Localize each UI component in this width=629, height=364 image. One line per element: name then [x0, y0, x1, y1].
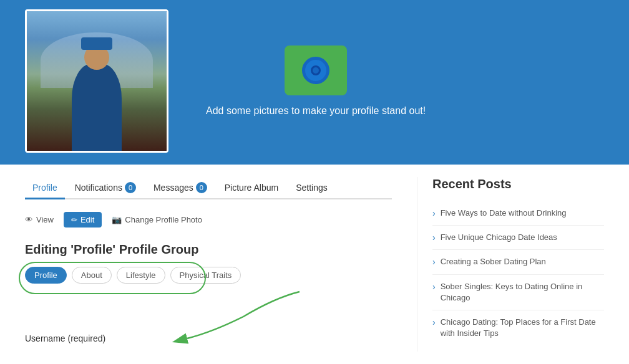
view-button[interactable]: View — [25, 215, 54, 224]
post-link: Creating a Sober Dating Plan — [441, 256, 546, 267]
tab-messages[interactable]: Messages 0 — [146, 177, 215, 198]
recent-posts-title: Recent Posts — [432, 177, 604, 191]
eye-icon — [25, 215, 33, 224]
chevron-icon: › — [432, 317, 436, 327]
camera-lens-inner — [311, 65, 321, 75]
profile-photo — [25, 9, 168, 153]
pg-tab-about[interactable]: About — [72, 267, 112, 284]
pencil-icon — [71, 215, 77, 224]
left-panel: Profile Notifications 0 Messages 0 Pictu… — [25, 177, 392, 352]
post-link: Sober Singles: Keys to Dating Online in … — [441, 281, 604, 304]
action-buttons: View Edit Change Profile Photo — [25, 212, 392, 228]
add-photo-button[interactable] — [285, 46, 347, 95]
add-photo-section: Add some pictures to make your profile s… — [206, 46, 426, 117]
list-item[interactable]: › Five Ways to Date without Drinking — [432, 201, 604, 226]
pg-tab-physical-traits[interactable]: Physical Traits — [170, 267, 241, 284]
camera-icon — [302, 57, 329, 84]
camera-icon-small — [112, 215, 122, 224]
main-content: Profile Notifications 0 Messages 0 Pictu… — [0, 165, 629, 364]
right-panel: Recent Posts › Five Ways to Date without… — [417, 177, 604, 352]
tab-settings[interactable]: Settings — [288, 178, 335, 198]
add-photo-text: Add some pictures to make your profile s… — [206, 105, 426, 117]
tab-notifications[interactable]: Notifications 0 — [67, 177, 144, 198]
notifications-badge: 0 — [125, 182, 136, 193]
profile-group-tabs: Profile About Lifestyle Physical Traits — [25, 267, 241, 284]
tab-profile[interactable]: Profile — [25, 178, 65, 199]
arrow-annotation — [150, 285, 324, 348]
list-item[interactable]: › Chicago Dating: Top Places for a First… — [432, 310, 604, 345]
edit-button[interactable]: Edit — [64, 212, 102, 228]
list-item[interactable]: › Five Unique Chicago Date Ideas — [432, 226, 604, 250]
tab-picture-album[interactable]: Picture Album — [217, 178, 286, 198]
chevron-icon: › — [432, 257, 436, 267]
section-heading: Editing 'Profile' Profile Group — [25, 242, 392, 257]
post-link: Chicago Dating: Top Places for a First D… — [441, 317, 604, 339]
post-link: Five Unique Chicago Date Ideas — [441, 232, 557, 243]
pg-tab-profile[interactable]: Profile — [25, 267, 67, 284]
list-item[interactable]: › Sober Singles: Keys to Dating Online i… — [432, 275, 604, 310]
messages-badge: 0 — [196, 182, 207, 193]
pg-tab-lifestyle[interactable]: Lifestyle — [117, 267, 165, 284]
change-photo-button[interactable]: Change Profile Photo — [112, 215, 202, 224]
list-item[interactable]: › Creating a Sober Dating Plan — [432, 250, 604, 274]
banner: Add some pictures to make your profile s… — [0, 0, 629, 162]
chevron-icon: › — [432, 282, 436, 292]
tab-bar: Profile Notifications 0 Messages 0 Pictu… — [25, 177, 392, 199]
chevron-icon: › — [432, 208, 436, 218]
post-link: Five Ways to Date without Drinking — [441, 208, 567, 219]
chevron-icon: › — [432, 232, 436, 242]
